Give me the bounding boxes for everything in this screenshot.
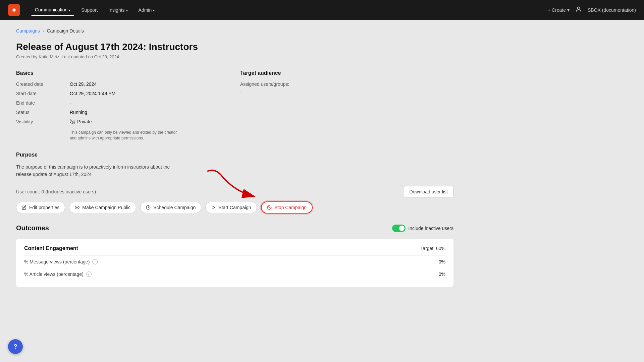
status-value: Running [70, 110, 229, 115]
app-logo[interactable] [8, 4, 20, 16]
purpose-title: Purpose [16, 152, 453, 158]
svg-point-4 [77, 207, 78, 208]
visibility-note: This campaign can only be viewed and edi… [70, 130, 229, 141]
basics-title: Basics [16, 70, 229, 76]
page-title: Release of August 17th 2024: Instructors [16, 42, 453, 52]
end-date-value: - [70, 100, 229, 106]
include-inactive-toggle[interactable] [392, 225, 406, 232]
user-count-row: User count: 0 (Includes inactive users) … [16, 186, 453, 197]
info-grid: Basics Created date Oct 29, 2024 Start d… [16, 70, 453, 141]
svg-marker-6 [212, 206, 215, 209]
nav-right: + Create ▾ SBOX (documentation) [548, 6, 636, 15]
breadcrumb-campaigns-link[interactable]: Campaigns [16, 28, 40, 34]
make-campaign-public-button[interactable]: Make Campaign Public [69, 202, 136, 213]
target-audience-title: Target audience [240, 70, 453, 76]
download-user-list-button[interactable]: Download user list [404, 186, 453, 197]
nav-support[interactable]: Support [77, 5, 102, 15]
status-label: Status [16, 110, 70, 115]
outcomes-row-articles: % Article views (percentage) i 0% [24, 268, 445, 280]
navbar: Communication Support Insights Admin + C… [0, 0, 644, 20]
edit-properties-button[interactable]: Edit properties [16, 202, 65, 213]
clock-icon [146, 205, 151, 210]
created-date-value: Oct 29, 2024 [70, 81, 229, 87]
outcomes-card-header: Content Engagement Target: 60% [24, 245, 445, 251]
play-icon [211, 205, 216, 210]
stop-campaign-container: Stop Campaign [261, 201, 313, 214]
article-views-value: 0% [439, 272, 445, 277]
outcomes-target: Target: 60% [420, 246, 445, 251]
admin-chevron-icon [153, 7, 155, 13]
create-button[interactable]: + Create ▾ [548, 7, 570, 13]
breadcrumb-current: Campaign Details [47, 28, 84, 34]
start-date-label: Start date [16, 91, 70, 96]
page-subtitle: Created by Katie Metz. Last updated on O… [16, 54, 453, 59]
schedule-campaign-button[interactable]: Schedule Campaign [140, 202, 201, 213]
visibility-label: Visibility [16, 119, 70, 124]
main-content: Campaigns › Campaign Details Release of … [0, 20, 470, 295]
outcomes-card: Content Engagement Target: 60% % Message… [16, 239, 453, 287]
assigned-users-label: Assigned users/groups: [240, 81, 453, 87]
user-profile-icon[interactable] [575, 6, 582, 15]
message-views-label: % Message views (percentage) i [24, 259, 98, 264]
visibility-eye-icon [70, 119, 75, 124]
message-views-info-icon[interactable]: i [92, 259, 98, 264]
nav-insights[interactable]: Insights [104, 5, 131, 15]
basics-table: Created date Oct 29, 2024 Start date Oct… [16, 81, 229, 141]
svg-point-0 [13, 9, 15, 11]
purpose-section: Purpose The purpose of this campaign is … [16, 152, 453, 178]
article-views-label: % Article views (percentage) i [24, 272, 92, 277]
start-campaign-button[interactable]: Start Campaign [205, 202, 257, 213]
outcomes-header: Outcomes Include inactive users [16, 224, 453, 232]
insights-chevron-icon [126, 7, 128, 13]
outcomes-title: Outcomes [16, 224, 49, 232]
svg-line-3 [70, 119, 74, 124]
include-inactive-toggle-row: Include inactive users [392, 225, 453, 232]
eye-icon [75, 205, 79, 210]
basics-section: Basics Created date Oct 29, 2024 Start d… [16, 70, 229, 141]
create-chevron-icon: ▾ [567, 7, 570, 13]
purpose-text: The purpose of this campaign is to proac… [16, 163, 184, 178]
stop-icon [267, 205, 272, 210]
end-date-label: End date [16, 100, 70, 106]
target-audience-section: Target audience Assigned users/groups: - [240, 70, 453, 141]
start-date-value: Oct 29, 2024 1:49 PM [70, 91, 229, 96]
outcomes-card-title: Content Engagement [24, 245, 78, 251]
edit-icon [22, 205, 26, 210]
communication-chevron-icon [69, 7, 70, 12]
outcomes-row-messages: % Message views (percentage) i 0% [24, 255, 445, 268]
outcomes-section: Outcomes Include inactive users Content … [16, 224, 453, 287]
assigned-users-value: - [240, 88, 453, 94]
svg-point-1 [577, 7, 580, 9]
breadcrumb-separator: › [43, 28, 44, 34]
nav-communication[interactable]: Communication [31, 4, 74, 16]
visibility-value: Private [70, 119, 229, 124]
action-bar: Edit properties Make Campaign Public Sch… [16, 201, 453, 214]
include-inactive-label: Include inactive users [408, 226, 453, 231]
svg-line-9 [268, 206, 271, 209]
nav-admin[interactable]: Admin [135, 5, 159, 15]
org-name: SBOX (documentation) [588, 7, 636, 13]
nav-items: Communication Support Insights Admin [31, 4, 537, 16]
breadcrumb: Campaigns › Campaign Details [16, 28, 453, 34]
article-views-info-icon[interactable]: i [86, 272, 92, 277]
created-date-label: Created date [16, 81, 70, 87]
message-views-value: 0% [439, 259, 445, 264]
user-count-text: User count: 0 (Includes inactive users) [16, 189, 96, 194]
stop-campaign-button[interactable]: Stop Campaign [261, 201, 313, 214]
help-button[interactable]: ? [8, 339, 23, 354]
